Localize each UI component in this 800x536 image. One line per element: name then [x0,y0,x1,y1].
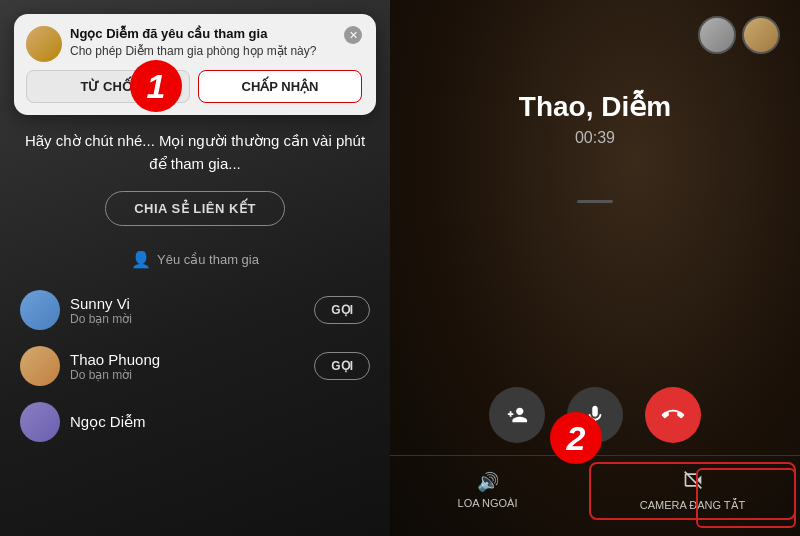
contact-list: Sunny Vi Do bạn mời GỌI Thao Phuong Do b… [20,283,370,449]
camera-button[interactable]: CAMERA ĐANG TẮT [589,462,796,520]
right-panel: Thao, Diễm 00:39 2 🔊 [390,0,800,536]
notif-text-block: Ngọc Diễm đã yêu cầu tham gia Cho phép D… [70,26,336,60]
speaker-label: LOA NGOÀI [458,497,518,510]
end-call-button[interactable] [645,387,701,443]
avatar-ngoc [20,402,60,442]
camera-icon [683,470,703,495]
left-panel: Ngọc Diễm đã yêu cầu tham gia Cho phép D… [0,0,390,536]
step-badge-1: 1 [130,60,182,112]
avatar-sunny [20,290,60,330]
notif-avatar-image [26,26,62,62]
top-avatar-1 [698,16,736,54]
notif-close-button[interactable]: ✕ [344,26,362,44]
notif-title: Ngọc Diễm đã yêu cầu tham gia [70,26,336,43]
left-content: Hãy chờ chút nhé... Mọi người thường cần… [0,130,390,449]
contact-name: Thao Phuong [70,351,304,368]
bottom-bar: 🔊 LOA NGOÀI CAMERA ĐANG TẮT [390,455,800,526]
contact-sub: Do bạn mời [70,312,304,326]
contact-name: Ngọc Diễm [70,413,370,431]
call-timer: 00:39 [390,129,800,147]
camera-label: CAMERA ĐANG TẮT [640,499,746,512]
notif-buttons: TỪ CHỐI CHẤP NHẬN [26,70,362,103]
share-link-button[interactable]: CHIA SẺ LIÊN KẾT [105,191,285,226]
list-item: Thao Phuong Do bạn mời GỌI [20,339,370,393]
speaker-icon: 🔊 [477,471,499,493]
caller-info: Thao, Diễm 00:39 [390,90,800,147]
add-person-button[interactable] [489,387,545,443]
list-item: Sunny Vi Do bạn mời GỌI [20,283,370,337]
waiting-message: Hãy chờ chút nhé... Mọi người thường cần… [20,130,370,175]
notif-header: Ngọc Diễm đã yêu cầu tham gia Cho phép D… [26,26,362,62]
contact-info-ngoc: Ngọc Diễm [70,413,370,431]
section-label: 👤 Yêu cầu tham gia [20,250,370,269]
step-badge-2: 2 [550,412,602,464]
call-button-thao[interactable]: GỌI [314,352,370,380]
call-button-sunny[interactable]: GỌI [314,296,370,324]
notif-avatar [26,26,62,62]
top-avatar-2 [742,16,780,54]
contact-info-thao: Thao Phuong Do bạn mời [70,351,304,382]
contact-info-sunny: Sunny Vi Do bạn mời [70,295,304,326]
top-avatars [698,16,780,54]
call-controls: 🔊 LOA NGOÀI CAMERA ĐANG TẮT [390,377,800,536]
accept-button[interactable]: CHẤP NHẬN [198,70,362,103]
notification-popup: Ngọc Diễm đã yêu cầu tham gia Cho phép D… [14,14,376,115]
contact-name: Sunny Vi [70,295,304,312]
list-item: Ngọc Diễm [20,395,370,449]
speaker-button[interactable]: 🔊 LOA NGOÀI [390,456,585,526]
caller-name: Thao, Diễm [390,90,800,123]
contact-sub: Do bạn mời [70,368,304,382]
divider-handle [577,200,613,203]
notif-subtitle: Cho phép Diễm tham gia phòng họp mặt này… [70,43,336,60]
person-icon: 👤 [131,250,151,269]
avatar-thao [20,346,60,386]
